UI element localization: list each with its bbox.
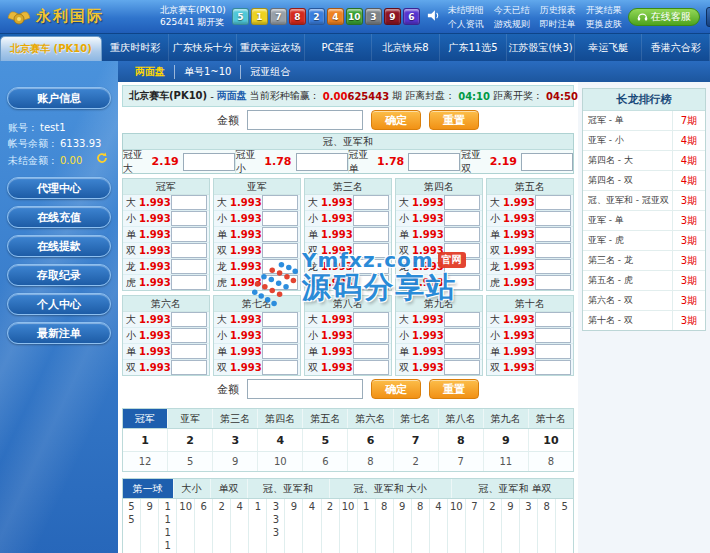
sidebar-menu-item[interactable]: 最新注单	[7, 322, 111, 344]
bet-amount-mini-input[interactable]	[262, 211, 298, 226]
quick-link[interactable]: 个人资讯	[448, 17, 484, 31]
account-info-button[interactable]: 账户信息	[7, 87, 111, 109]
mode-subtab[interactable]: 冠亚组合	[240, 65, 299, 79]
trend-tab[interactable]: 单双	[211, 479, 248, 498]
bet-amount-mini-input[interactable]	[535, 195, 571, 210]
confirm-button[interactable]: 确定	[371, 379, 421, 399]
reset-button[interactable]: 重置	[429, 379, 479, 399]
bet-amount-mini-input[interactable]	[262, 227, 298, 242]
bet-amount-input[interactable]	[296, 153, 348, 171]
bet-amount-mini-input[interactable]	[171, 211, 207, 226]
position-number-cell[interactable]: 2	[168, 429, 213, 451]
bet-amount-mini-input[interactable]	[444, 344, 480, 359]
bet-amount-mini-input[interactable]	[353, 312, 389, 327]
position-number-cell[interactable]: 3	[213, 429, 258, 451]
bet-amount-mini-input[interactable]	[171, 243, 207, 258]
bet-amount-mini-input[interactable]	[353, 227, 389, 242]
bet-amount-mini-input[interactable]	[171, 195, 207, 210]
bet-amount-mini-input[interactable]	[444, 243, 480, 258]
trend-tab[interactable]: 第一球	[123, 479, 174, 498]
bet-amount-mini-input[interactable]	[535, 275, 571, 290]
bet-amount-mini-input[interactable]	[353, 360, 389, 375]
bet-amount-mini-input[interactable]	[444, 328, 480, 343]
position-tab[interactable]: 第三名	[213, 409, 258, 428]
position-number-cell[interactable]: 4	[258, 429, 303, 451]
bet-amount-mini-input[interactable]	[353, 259, 389, 274]
confirm-button[interactable]: 确定	[371, 110, 421, 130]
reset-button[interactable]: 重置	[429, 110, 479, 130]
bet-amount-mini-input[interactable]	[171, 328, 207, 343]
sidebar-menu-item[interactable]: 存取纪录	[7, 264, 111, 286]
game-tab[interactable]: 北京赛车 (PK10)	[0, 36, 102, 61]
position-number-cell[interactable]: 8	[439, 429, 484, 451]
bet-amount-mini-input[interactable]	[444, 360, 480, 375]
bet-amount-mini-input[interactable]	[262, 259, 298, 274]
bet-amount-mini-input[interactable]	[353, 211, 389, 226]
position-tab[interactable]: 第五名	[303, 409, 348, 428]
position-number-cell[interactable]: 6	[348, 429, 393, 451]
bet-amount-mini-input[interactable]	[262, 344, 298, 359]
game-tab[interactable]: 江苏骰宝(快3)	[507, 34, 575, 61]
bet-amount-mini-input[interactable]	[171, 259, 207, 274]
bet-amount-mini-input[interactable]	[444, 211, 480, 226]
trend-tab[interactable]: 冠、亚军和 单双	[452, 479, 579, 498]
position-tab[interactable]: 第七名	[394, 409, 439, 428]
bet-amount-mini-input[interactable]	[171, 312, 207, 327]
bet-amount-mini-input[interactable]	[444, 195, 480, 210]
bet-amount-mini-input[interactable]	[262, 328, 298, 343]
position-tab[interactable]: 第六名	[348, 409, 393, 428]
bet-amount-mini-input[interactable]	[262, 195, 298, 210]
quick-link[interactable]: 今天已结	[494, 3, 530, 17]
bet-amount-mini-input[interactable]	[262, 275, 298, 290]
quick-link[interactable]: 未结明细	[448, 3, 484, 17]
game-tab[interactable]: 北京快乐8	[372, 34, 440, 61]
bet-amount-mini-input[interactable]	[262, 243, 298, 258]
bet-amount-input[interactable]	[408, 153, 460, 171]
trend-tab[interactable]: 大小	[174, 479, 211, 498]
bet-amount-mini-input[interactable]	[535, 211, 571, 226]
bet-amount-mini-input[interactable]	[444, 259, 480, 274]
bet-amount-mini-input[interactable]	[444, 227, 480, 242]
game-tab[interactable]: 广东快乐十分	[169, 34, 237, 61]
position-number-cell[interactable]: 1	[123, 429, 168, 451]
bet-amount-mini-input[interactable]	[535, 227, 571, 242]
bet-amount-mini-input[interactable]	[171, 344, 207, 359]
online-service-button[interactable]: 在线客服	[628, 8, 700, 26]
game-tab[interactable]: 重庆幸运农场	[237, 34, 305, 61]
bet-amount-mini-input[interactable]	[535, 360, 571, 375]
bet-amount-mini-input[interactable]	[353, 243, 389, 258]
game-tab[interactable]: 广东11选5	[440, 34, 508, 61]
bet-amount-mini-input[interactable]	[353, 328, 389, 343]
speaker-icon[interactable]	[427, 9, 441, 25]
bet-amount-mini-input[interactable]	[171, 360, 207, 375]
bet-amount-input[interactable]	[521, 153, 573, 171]
logout-button[interactable]: 退出	[706, 7, 710, 27]
game-tab[interactable]: 幸运飞艇	[575, 34, 643, 61]
bet-amount-input[interactable]	[183, 153, 235, 171]
game-tab[interactable]: 重庆时时彩	[102, 34, 170, 61]
bet-amount-mini-input[interactable]	[171, 227, 207, 242]
bet-amount-mini-input[interactable]	[535, 259, 571, 274]
amount-input[interactable]	[247, 110, 363, 130]
position-tab[interactable]: 亚军	[168, 409, 213, 428]
amount-input[interactable]	[247, 379, 363, 399]
sidebar-menu-item[interactable]: 个人中心	[7, 293, 111, 315]
bet-amount-mini-input[interactable]	[535, 344, 571, 359]
quick-link[interactable]: 历史报表	[540, 3, 576, 17]
bet-amount-mini-input[interactable]	[444, 312, 480, 327]
game-tab[interactable]: PC蛋蛋	[305, 34, 373, 61]
position-tab[interactable]: 第十名	[529, 409, 573, 428]
position-number-cell[interactable]: 10	[529, 429, 573, 451]
position-number-cell[interactable]: 7	[394, 429, 439, 451]
sidebar-menu-item[interactable]: 在线提款	[7, 235, 111, 257]
bet-amount-mini-input[interactable]	[444, 275, 480, 290]
quick-link[interactable]: 开奖结果	[586, 3, 622, 17]
game-tab[interactable]: 香港六合彩	[642, 34, 710, 61]
position-number-cell[interactable]: 9	[484, 429, 529, 451]
mode-subtab[interactable]: 单号1~10	[174, 65, 240, 79]
sidebar-menu-item[interactable]: 代理中心	[7, 177, 111, 199]
quick-link[interactable]: 即时注单	[540, 17, 576, 31]
position-tab[interactable]: 第八名	[439, 409, 484, 428]
trend-tab[interactable]: 冠、亚军和 大小	[330, 479, 453, 498]
bet-amount-mini-input[interactable]	[171, 275, 207, 290]
